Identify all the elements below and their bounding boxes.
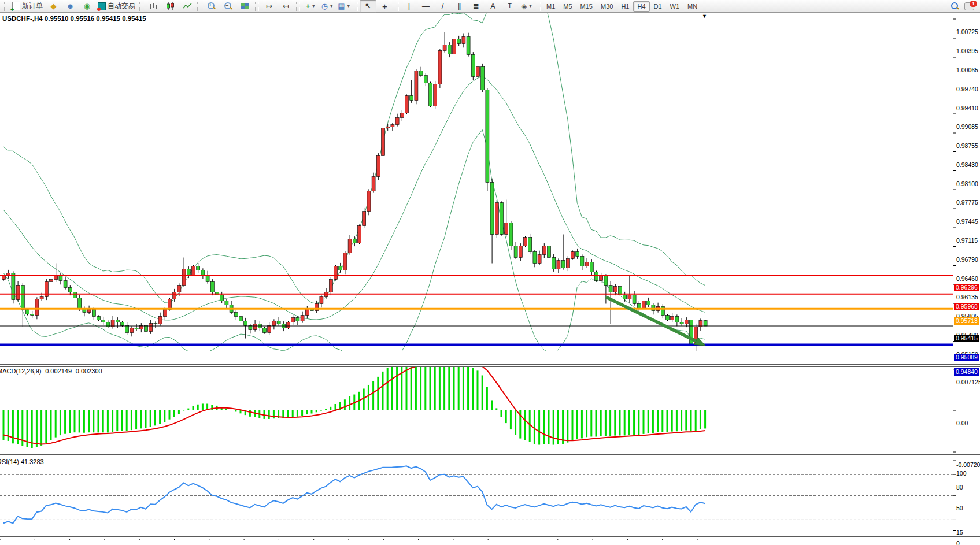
timeframe-m5[interactable]: M5 [559, 1, 576, 12]
macd-axis-label: 0.00 [956, 420, 968, 427]
pane-separator[interactable] [0, 364, 980, 367]
timeframe-h4[interactable]: H4 [633, 1, 649, 12]
autotrade-button[interactable]: 自动交易 [95, 0, 138, 13]
price-tag[interactable]: 0.95968 [954, 303, 979, 310]
zoom-in-button[interactable]: + [203, 0, 220, 13]
price-tick: 0.98430 [956, 161, 978, 168]
timeframe-h1[interactable]: H1 [617, 1, 633, 12]
timeframe-w1[interactable]: W1 [666, 1, 684, 12]
zoom-in-icon: + [208, 2, 215, 10]
tile-windows-button[interactable] [236, 0, 253, 13]
autotrade-label: 自动交易 [108, 1, 135, 11]
toolbar-grip [255, 2, 259, 11]
chevron-down-icon: ▾ [529, 3, 531, 9]
price-tick: 1.00395 [956, 47, 978, 54]
bar-chart-button[interactable] [145, 0, 162, 13]
timeframe-group: M1M5M15M30H1H4D1W1MN [542, 1, 701, 12]
price-tick: 0.99410 [956, 105, 978, 112]
chevron-down-icon: ▾ [347, 3, 350, 9]
search-icon[interactable] [951, 2, 959, 10]
notification-badge: 1 [970, 1, 977, 7]
toolbar-grip [395, 2, 399, 11]
auto-scroll-button[interactable]: ↦ [261, 0, 278, 13]
label-button[interactable]: T [501, 0, 518, 13]
timeframe-m30[interactable]: M30 [597, 1, 617, 12]
timeframe-mn[interactable]: MN [683, 1, 701, 12]
chevron-down-icon: ▾ [312, 3, 315, 9]
trendline-button[interactable]: / [434, 0, 451, 13]
toolbar-grip [4, 2, 8, 11]
fibonacci-icon: ≣ [473, 2, 479, 10]
channel-icon: ∥ [457, 2, 461, 10]
new-order-label: 新订单 [22, 1, 43, 11]
candlestick-button[interactable] [162, 0, 179, 13]
pane-separator [0, 536, 980, 539]
new-order-icon [12, 2, 20, 10]
price-tag[interactable]: 0.96296 [954, 284, 979, 291]
vertical-line-button[interactable]: | [401, 0, 417, 13]
periods-button[interactable]: ◷ ▾ [319, 0, 335, 13]
horizontal-line-icon: — [422, 2, 430, 10]
pane-separator[interactable] [0, 454, 980, 457]
timeframe-m15[interactable]: M15 [576, 1, 597, 12]
cursor-icon: ↖ [365, 2, 371, 10]
price-tick: 0.97115 [956, 237, 978, 244]
chevron-down-icon: ▾ [330, 3, 332, 9]
market-watch-button[interactable]: ◆ [45, 0, 62, 13]
text-button[interactable]: A [485, 0, 501, 13]
signals-button[interactable]: ◉ [79, 0, 95, 13]
toolbar-grip [197, 2, 201, 11]
chart-window[interactable]: USDCHF-,H4 0.95510 0.95516 0.95415 0.954… [0, 13, 980, 545]
price-tag[interactable]: 0.94840 [954, 368, 979, 376]
indicators-button[interactable]: + ▾ [302, 0, 319, 13]
toolbar-grip [139, 2, 143, 11]
vertical-line-icon: | [408, 2, 410, 10]
zoom-out-button[interactable]: − [220, 0, 236, 13]
price-tick: 0.97775 [956, 199, 978, 206]
autotrade-icon [98, 2, 106, 10]
label-icon: T [506, 2, 513, 10]
price-tick: 0.96135 [956, 294, 978, 301]
timeframe-d1[interactable]: D1 [650, 1, 666, 12]
macd-axis-label: -0.007201 [956, 461, 980, 468]
clock-icon: ◷ [321, 2, 328, 10]
text-icon: A [490, 2, 495, 10]
rsi-axis-label: 80 [956, 484, 963, 491]
template-icon: ▦ [338, 2, 345, 10]
rsi-axis-label: 100 [956, 470, 967, 477]
price-tag[interactable]: 0.95089 [954, 354, 979, 361]
new-order-button[interactable]: 新订单 [10, 0, 45, 13]
timeframe-m1[interactable]: M1 [542, 1, 559, 12]
price-tick: 0.99740 [956, 86, 978, 92]
tile-windows-icon [241, 3, 249, 10]
chart-canvas[interactable] [0, 13, 980, 545]
rsi-axis-label: 50 [956, 505, 963, 511]
data-window-button[interactable]: ☻ [62, 0, 79, 13]
zoom-out-icon: − [224, 2, 232, 10]
horizontal-line-button[interactable]: — [417, 0, 434, 13]
data-window-icon: ☻ [66, 2, 75, 10]
macd-label: MACD(12,26,9) -0.002149 -0.002300 [0, 368, 102, 375]
price-tick: 1.00725 [956, 28, 978, 35]
chart-shift-icon: ↤ [283, 2, 289, 10]
cursor-button[interactable]: ↖ [360, 0, 376, 13]
price-tag[interactable]: 0.95415 [954, 335, 979, 342]
chart-shift-button[interactable]: ↤ [278, 0, 294, 13]
channel-button[interactable]: ∥ [451, 0, 468, 13]
price-tick: 0.98755 [956, 142, 978, 149]
trendline-icon: / [442, 2, 444, 10]
price-tick: 0.97445 [956, 218, 978, 225]
crosshair-button[interactable]: + [376, 0, 393, 13]
line-chart-button[interactable] [179, 0, 195, 13]
rsi-axis-label: 0 [956, 540, 960, 545]
current-bar-marker: ▼ [702, 14, 707, 19]
price-tag[interactable]: 0.95713 [954, 317, 979, 325]
fibonacci-button[interactable]: ≣ [468, 0, 485, 13]
candlestick-icon [166, 2, 175, 10]
line-chart-icon [183, 2, 192, 10]
indicators-icon: + [306, 2, 310, 10]
templates-button[interactable]: ▦ ▾ [335, 0, 352, 13]
arrows-button[interactable]: ◈ ▾ [518, 0, 535, 13]
chat-icon[interactable]: 1 [964, 2, 974, 10]
toolbar-grip [537, 2, 541, 11]
